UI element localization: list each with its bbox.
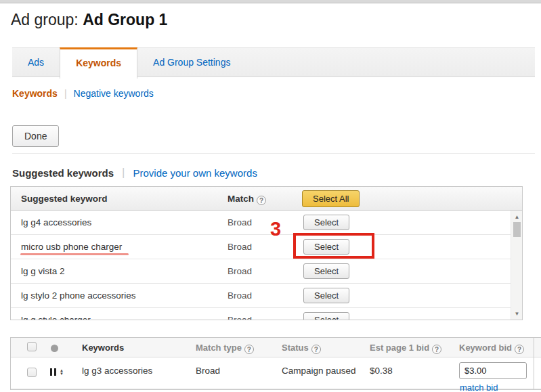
status-help-icon[interactable]: ? <box>311 345 321 354</box>
done-button[interactable]: Done <box>12 125 59 147</box>
column-suggested-keyword: Suggested keyword <box>21 194 108 204</box>
status-dot-header <box>51 344 58 354</box>
match-bid-link[interactable]: match bid <box>460 383 498 392</box>
table-row: lg g stylo charger Broad Select <box>11 308 522 320</box>
table-row: lg g4 accessories Broad Select <box>11 211 522 235</box>
select-button[interactable]: Select <box>303 312 349 320</box>
provide-own-keywords-link[interactable]: Provide your own keywords <box>133 167 257 179</box>
page-title: Ad group: Ad Group 1 <box>11 11 167 29</box>
keyword-cell: lg g3 accessories <box>82 366 152 376</box>
status-dot-icon <box>51 345 58 352</box>
keyword-cell: lg g vista 2 <box>21 266 65 276</box>
match-type-help-icon[interactable]: ? <box>244 345 254 354</box>
select-all-checkbox[interactable] <box>27 342 37 353</box>
column-match: Match? <box>228 194 266 205</box>
scroll-up-icon[interactable]: ▲ <box>511 212 522 221</box>
annotation-step-number: 3 <box>270 218 281 240</box>
keywords-table: Keywords Match type? Status? Est page 1 … <box>10 337 541 390</box>
match-cell: Broad <box>228 266 252 276</box>
column-match-type-label: Match type <box>196 343 242 353</box>
page-title-prefix: Ad group: <box>11 11 83 28</box>
column-keyword-bid: Keyword bid? <box>459 343 524 354</box>
section-divider <box>12 153 535 154</box>
column-match-label: Match <box>228 194 254 204</box>
column-keywords: Keywords <box>82 343 124 353</box>
column-keyword-bid-label: Keyword bid <box>459 343 512 353</box>
row-checkbox[interactable] <box>27 368 37 379</box>
status-toggle[interactable]: ▲▼ <box>50 368 64 376</box>
tab-keywords[interactable]: Keywords <box>60 47 137 79</box>
top-toolbar-edge <box>0 0 541 3</box>
ad-group-page: Ad group: Ad Group 1 Ads Keywords Ad Gro… <box>0 0 541 392</box>
keywords-subnav: Keywords | Negative keywords <box>12 88 154 99</box>
select-button[interactable]: Select <box>303 263 349 279</box>
keyword-cell: lg stylo 2 phone accessories <box>21 290 136 301</box>
column-divider <box>534 338 534 389</box>
tab-bar: Ads Keywords Ad Group Settings <box>12 47 535 77</box>
keyword-cell: lg g stylo charger <box>21 315 91 320</box>
keyword-cell: micro usb phone charger <box>21 242 122 252</box>
table-row: micro usb phone charger Broad Select <box>11 235 522 259</box>
match-cell: Broad <box>228 290 252 301</box>
column-status-label: Status <box>282 343 309 353</box>
stepper-icon[interactable]: ▲▼ <box>60 369 64 376</box>
checkbox-icon[interactable] <box>27 368 37 377</box>
scrollbar-thumb[interactable] <box>513 222 521 237</box>
annotation-underline <box>20 253 129 255</box>
match-cell: Broad <box>228 217 252 227</box>
section-separator: | <box>114 166 133 179</box>
match-cell: Broad <box>228 315 252 320</box>
column-est-page-bid-label: Est page 1 bid <box>370 343 429 353</box>
scroll-down-icon[interactable]: ▼ <box>511 309 522 318</box>
suggested-keywords-title: Suggested keywords <box>12 167 114 179</box>
subnav-keywords[interactable]: Keywords <box>12 88 58 99</box>
suggested-table-body: lg g4 accessories Broad Select micro usb… <box>11 211 522 320</box>
stepper-down-icon[interactable]: ▼ <box>60 372 64 376</box>
select-button[interactable]: Select <box>303 215 349 230</box>
scrollbar[interactable]: ▲ ▼ <box>511 211 522 320</box>
tab-ads[interactable]: Ads <box>12 48 60 77</box>
checkbox-icon[interactable] <box>27 342 37 351</box>
column-match-type: Match type? <box>196 343 254 354</box>
table-row: lg g vista 2 Broad Select <box>11 259 522 284</box>
est-page-bid-cell: $0.38 <box>370 366 393 376</box>
annotation-highlight-box <box>293 233 374 259</box>
subnav-negative-keywords-link[interactable]: Negative keywords <box>74 88 154 99</box>
column-est-page-bid: Est page 1 bid? <box>370 343 441 354</box>
suggested-keywords-header: Suggested keywords | Provide your own ke… <box>12 166 257 179</box>
column-status: Status? <box>282 343 321 354</box>
tab-ad-group-settings[interactable]: Ad Group Settings <box>137 48 246 77</box>
subnav-separator: | <box>58 88 74 99</box>
table-row: lg stylo 2 phone accessories Broad Selec… <box>11 284 522 308</box>
ad-group-name: Ad Group 1 <box>83 11 167 28</box>
pause-icon <box>50 368 56 376</box>
match-help-icon[interactable]: ? <box>257 196 266 205</box>
match-type-cell: Broad <box>196 366 220 376</box>
keyword-cell: lg g4 accessories <box>21 217 91 227</box>
select-all-button[interactable]: Select All <box>302 190 360 207</box>
keywords-table-header: Keywords Match type? Status? Est page 1 … <box>11 338 541 357</box>
status-cell: Campaign paused <box>282 366 356 376</box>
est-bid-help-icon[interactable]: ? <box>432 345 441 354</box>
match-cell: Broad <box>228 242 252 252</box>
keyword-row: ▲▼ lg g3 accessories Broad Campaign paus… <box>11 357 541 389</box>
select-button[interactable]: Select <box>303 288 349 303</box>
keyword-bid-help-icon[interactable]: ? <box>515 345 524 354</box>
suggested-table-header: Suggested keyword Match? Select All <box>11 187 522 211</box>
keyword-bid-input[interactable] <box>459 362 527 379</box>
